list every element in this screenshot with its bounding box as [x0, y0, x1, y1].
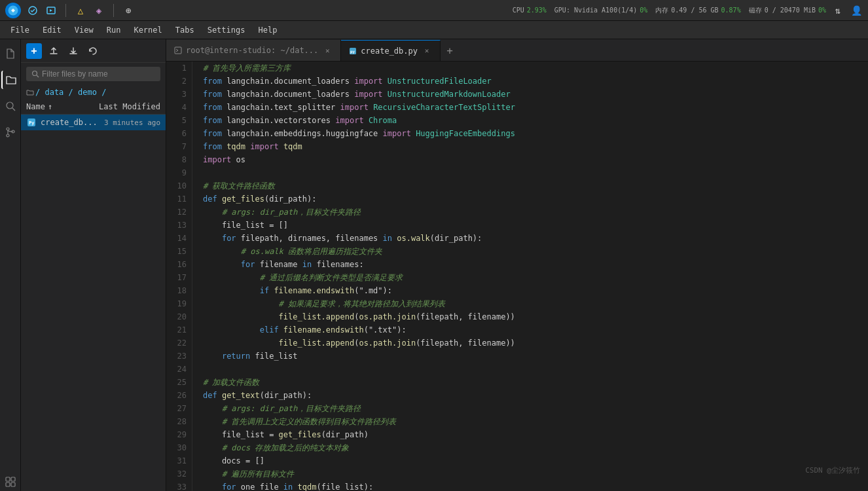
menu-item-tabs[interactable]: Tabs: [170, 24, 200, 36]
menubar: FileEditViewRunKernelTabsSettingsHelp: [0, 21, 868, 39]
search-icon: [31, 70, 39, 78]
topbar: △ ◈ ⊕ CPU 2.93% GPU: Nvidia A100(1/4) 0%…: [0, 0, 868, 21]
icon-5[interactable]: ⊕: [122, 4, 135, 17]
editor-area: root@intern-studio: ~/dat... ✕ py create…: [166, 39, 868, 491]
svg-point-5: [7, 134, 9, 137]
file-modified: 3 minutes ago: [104, 118, 160, 127]
sidebar-toolbar: +: [21, 39, 166, 63]
code-editor[interactable]: 1234567891011121314151617181920212223242…: [166, 62, 868, 491]
menu-item-kernel[interactable]: Kernel: [128, 24, 167, 36]
tab-terminal-label: root@intern-studio: ~/dat...: [186, 46, 318, 55]
sidebar: +: [21, 39, 166, 491]
icon-1[interactable]: [26, 4, 39, 17]
folder-icon: [26, 88, 34, 96]
upload-button[interactable]: [46, 43, 62, 59]
system-stats: CPU 2.93% GPU: Nvidia A100(1/4) 0% 内存 0.…: [513, 6, 826, 15]
activity-search[interactable]: [1, 97, 20, 115]
new-file-button[interactable]: +: [26, 43, 42, 59]
file-list-header: Name ↑ Last Modified: [21, 100, 166, 115]
new-tab-button[interactable]: +: [441, 40, 459, 61]
app-logo: [5, 3, 21, 18]
python-file-icon: Py: [26, 117, 37, 128]
svg-rect-10: [11, 477, 15, 481]
file-filter[interactable]: [26, 67, 160, 81]
menu-item-edit[interactable]: Edit: [37, 24, 67, 36]
svg-text:py: py: [350, 49, 355, 54]
menu-item-run[interactable]: Run: [101, 24, 126, 36]
mem-pct: 0.87%: [721, 7, 741, 14]
share-icon[interactable]: ⇅: [831, 4, 844, 17]
activity-explorer[interactable]: [1, 71, 20, 89]
activity-git[interactable]: [1, 123, 20, 141]
separator2: [113, 4, 114, 17]
icon-3[interactable]: △: [74, 4, 87, 17]
mem-label: 内存: [655, 6, 668, 15]
gpu-label: GPU: Nvidia A100(1/4): [554, 7, 637, 14]
activity-bar: [0, 39, 21, 491]
search-input[interactable]: [42, 69, 155, 79]
cpu-value: 2.93%: [527, 7, 547, 14]
icon-2[interactable]: [45, 4, 58, 17]
topbar-right: ⇅ 👤: [831, 4, 863, 17]
activity-files[interactable]: [1, 45, 20, 63]
svg-rect-9: [6, 477, 10, 481]
svg-point-13: [33, 71, 37, 76]
svg-rect-11: [6, 482, 10, 486]
separator: [65, 4, 66, 17]
disk-pct: 0%: [818, 7, 826, 14]
menu-item-view[interactable]: View: [69, 24, 99, 36]
terminal-icon: [174, 46, 182, 54]
svg-text:Py: Py: [29, 120, 35, 126]
mem-value: 0.49 / 56 GB: [671, 7, 718, 14]
modified-column-header: Last Modified: [99, 102, 160, 111]
tab-bar: root@intern-studio: ~/dat... ✕ py create…: [166, 39, 868, 62]
refresh-button[interactable]: [85, 43, 101, 59]
svg-rect-12: [11, 482, 15, 486]
disk-value: 0 / 20470 MiB: [765, 7, 816, 14]
file-name: create_db...: [41, 118, 104, 127]
main-layout: +: [0, 39, 868, 491]
tab-close-terminal[interactable]: ✕: [322, 45, 333, 56]
tab-create-db[interactable]: py create_db.py ✕: [341, 40, 441, 61]
path-text: / data / demo /: [35, 88, 106, 97]
line-numbers: 1234567891011121314151617181920212223242…: [166, 62, 192, 491]
svg-point-6: [7, 128, 9, 130]
watermark: CSDN @尘汐筱竹: [805, 465, 860, 475]
disk-label: 磁存: [749, 6, 762, 15]
svg-line-14: [37, 75, 39, 77]
menu-item-help[interactable]: Help: [253, 24, 282, 36]
svg-line-4: [12, 108, 15, 111]
activity-extensions[interactable]: [1, 473, 20, 491]
cpu-label: CPU: [513, 7, 524, 14]
user-icon[interactable]: 👤: [850, 4, 863, 17]
download-button[interactable]: [65, 43, 81, 59]
sort-icon: ↑: [48, 102, 52, 111]
name-column-header[interactable]: Name ↑: [26, 102, 52, 111]
menu-item-settings[interactable]: Settings: [202, 24, 251, 36]
tab-terminal[interactable]: root@intern-studio: ~/dat... ✕: [166, 40, 341, 61]
icon-4[interactable]: ◈: [92, 4, 105, 17]
tab-close-create-db[interactable]: ✕: [422, 46, 432, 56]
code-content: # 首先导入所需第三方库from langchain.document_load…: [192, 62, 868, 491]
svg-point-3: [7, 102, 13, 109]
tab-create-db-label: create_db.py: [361, 46, 418, 56]
file-item-create-db[interactable]: Py create_db... 3 minutes ago: [21, 115, 166, 130]
gpu-value: 0%: [640, 7, 647, 14]
menu-item-file[interactable]: File: [5, 24, 35, 36]
python-tab-icon: py: [349, 47, 357, 55]
current-path: / data / demo /: [21, 85, 166, 100]
